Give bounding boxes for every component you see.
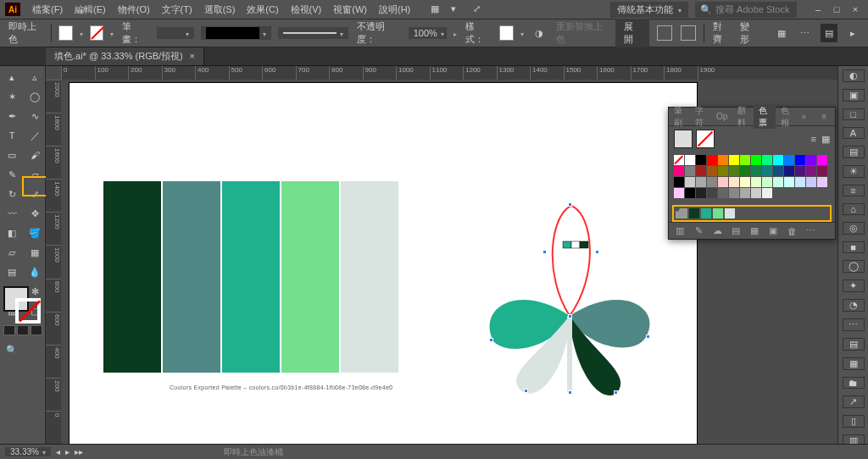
- menu-type[interactable]: 文字(T): [157, 2, 198, 18]
- fill-stroke-indicator[interactable]: [3, 286, 41, 324]
- swatch-footer-btn-2[interactable]: ☁: [711, 225, 723, 236]
- magic-wand-tool[interactable]: ✶: [1, 87, 23, 106]
- menu-edit[interactable]: 編輯(E): [70, 2, 111, 18]
- panel-tab-paint[interactable]: 顏料: [732, 105, 754, 129]
- live-paint-tool[interactable]: 🪣: [24, 224, 46, 242]
- transform-label[interactable]: 變形: [738, 20, 759, 46]
- expand-button[interactable]: 展開: [615, 19, 649, 47]
- swatch-cell[interactable]: [806, 155, 816, 165]
- swatch-cell[interactable]: [817, 177, 827, 187]
- artboard[interactable]: Coolors Exported Palette – coolors.co/0b…: [70, 83, 697, 444]
- rectangle-tool[interactable]: ▭: [1, 146, 23, 164]
- group-swatch-4[interactable]: [725, 208, 735, 218]
- swatch-cell[interactable]: [795, 166, 805, 176]
- swatch-footer-btn-5[interactable]: ▣: [767, 225, 779, 236]
- swatch-view-list-icon[interactable]: ≡: [811, 134, 816, 145]
- swatch-footer-btn-4[interactable]: ▦: [748, 225, 760, 236]
- group-swatch-1[interactable]: [689, 208, 699, 218]
- lasso-tool[interactable]: ◯: [24, 87, 46, 106]
- swatch-cell[interactable]: [685, 188, 695, 198]
- align-label[interactable]: 對齊: [711, 20, 732, 46]
- width-tool[interactable]: 〰: [1, 204, 23, 223]
- graphic-style-swatch[interactable]: [499, 25, 514, 41]
- swatch-cell[interactable]: [784, 155, 794, 165]
- menu-view[interactable]: 檢視(V): [286, 2, 327, 18]
- swatch-cell[interactable]: [696, 188, 706, 198]
- swatch-cell[interactable]: [817, 155, 827, 165]
- right-panel-btn-1[interactable]: ▣: [843, 89, 865, 102]
- swatch-cell[interactable]: [751, 155, 761, 165]
- right-panel-btn-7[interactable]: ⌂: [843, 203, 865, 215]
- swatch-view-grid-icon[interactable]: ▦: [821, 134, 830, 145]
- scale-tool[interactable]: ⤢: [24, 185, 46, 203]
- swatch-cell[interactable]: [762, 166, 772, 176]
- swatch-cell[interactable]: [685, 155, 695, 165]
- panel-collapse-icon[interactable]: ▸: [844, 24, 861, 42]
- stroke-color-swatch[interactable]: [90, 25, 104, 41]
- swatch-cell[interactable]: [773, 155, 783, 165]
- current-fill-swatch[interactable]: [674, 130, 693, 148]
- swatch-cell[interactable]: [685, 166, 695, 176]
- right-panel-btn-14[interactable]: ▤: [843, 338, 865, 351]
- panel-menu-icon[interactable]: ≡: [816, 112, 832, 121]
- swatch-cell[interactable]: [784, 166, 794, 176]
- right-panel-btn-15[interactable]: ▦: [843, 357, 865, 370]
- swatch-cell[interactable]: [784, 177, 794, 187]
- panel-tab-opacity[interactable]: Op: [711, 112, 732, 121]
- menu-extra-dropdown[interactable]: ▾: [446, 2, 461, 18]
- stroke-weight-field[interactable]: [157, 27, 194, 39]
- right-panel-btn-3[interactable]: A: [843, 127, 865, 139]
- eraser-tool[interactable]: ▱: [24, 165, 46, 184]
- direct-selection-tool[interactable]: ▵: [24, 68, 46, 86]
- isolate-group-button[interactable]: [656, 24, 673, 42]
- pen-tool[interactable]: ✒: [1, 107, 23, 125]
- right-panel-btn-2[interactable]: □: [843, 108, 865, 120]
- swatch-cell[interactable]: [718, 166, 728, 176]
- document-tab-close[interactable]: ×: [190, 52, 195, 61]
- color-mode-none[interactable]: [31, 325, 42, 335]
- variable-width-profile[interactable]: [201, 26, 271, 40]
- eyedropper-tool[interactable]: 💧: [24, 263, 46, 281]
- selection-tool[interactable]: ▴: [1, 68, 23, 86]
- panel-tab-swatches[interactable]: 色票: [754, 105, 775, 129]
- swatch-cell[interactable]: [806, 177, 816, 187]
- artboard-nav-next[interactable]: ▸: [65, 447, 70, 456]
- right-panel-btn-12[interactable]: ◔: [843, 299, 865, 312]
- swatch-cell[interactable]: [707, 166, 717, 176]
- menu-extra-arrange[interactable]: ▦: [426, 2, 444, 18]
- opacity-field[interactable]: 100%: [409, 27, 447, 39]
- right-panel-btn-6[interactable]: ≡: [843, 185, 865, 196]
- right-panel-btn-16[interactable]: 🖿: [843, 377, 865, 389]
- swatch-cell[interactable]: [729, 166, 739, 176]
- right-panel-btn-13[interactable]: ⋯: [843, 318, 865, 331]
- swatch-footer-btn-0[interactable]: ▥: [674, 225, 686, 236]
- shape-builder-tool[interactable]: ◧: [1, 224, 23, 242]
- current-stroke-swatch[interactable]: [696, 130, 715, 148]
- right-panel-btn-0[interactable]: ◐: [843, 69, 865, 82]
- swatch-none[interactable]: [674, 155, 684, 165]
- zoom-tool[interactable]: 🔍: [1, 340, 23, 359]
- window-close[interactable]: ×: [848, 4, 863, 14]
- swatch-footer-btn-1[interactable]: ✎: [693, 225, 704, 236]
- window-maximize[interactable]: □: [829, 4, 844, 14]
- swatch-cell[interactable]: [729, 177, 739, 187]
- swatch-cell[interactable]: [718, 188, 728, 198]
- swatch-cell[interactable]: [806, 166, 816, 176]
- rotate-tool[interactable]: ↻: [1, 185, 23, 203]
- stroke-indicator[interactable]: [15, 298, 41, 324]
- menu-help[interactable]: 說明(H): [374, 2, 415, 18]
- right-panel-btn-9[interactable]: ■: [843, 241, 865, 253]
- swatch-cell[interactable]: [773, 177, 783, 187]
- swatch-cell[interactable]: [729, 188, 739, 198]
- menu-file[interactable]: 檔案(F): [27, 2, 68, 18]
- free-transform-tool[interactable]: ✥: [24, 204, 46, 223]
- curvature-tool[interactable]: ∿: [24, 107, 46, 125]
- stroke-dropdown-icon[interactable]: [110, 28, 114, 38]
- perspective-tool[interactable]: ▱: [1, 243, 23, 262]
- zoom-field[interactable]: 33.33%: [5, 447, 51, 456]
- menu-effect[interactable]: 效果(C): [242, 2, 283, 18]
- menu-window[interactable]: 視窗(W): [328, 2, 372, 18]
- swatch-cell[interactable]: [674, 188, 684, 198]
- swatch-cell[interactable]: [740, 188, 750, 198]
- gradient-tool[interactable]: ▤: [1, 263, 23, 281]
